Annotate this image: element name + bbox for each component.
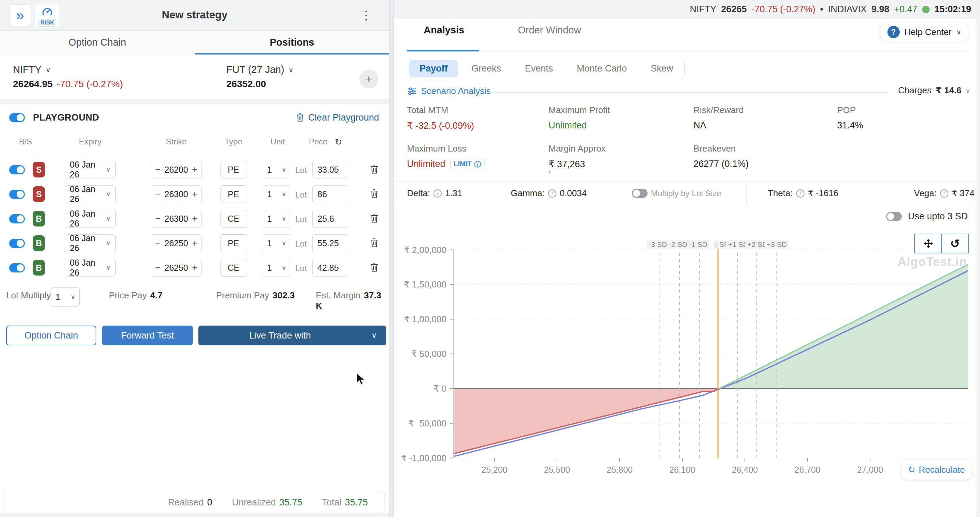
price-input[interactable]: 55.25 <box>312 234 348 252</box>
strike-value[interactable]: 26250 <box>164 238 188 248</box>
lot-multiply-select[interactable]: 1 ∨ <box>51 287 80 306</box>
pan-chart-button[interactable] <box>914 234 942 254</box>
strike-increment[interactable]: + <box>192 263 197 273</box>
info-icon[interactable]: i <box>434 189 442 198</box>
leg-enabled-toggle[interactable] <box>9 165 25 174</box>
expiry-select[interactable]: 06 Jan 26∨ <box>65 259 116 276</box>
refresh-prices-icon[interactable]: ↻ <box>335 137 342 147</box>
strike-increment[interactable]: + <box>192 238 197 249</box>
side-badge[interactable]: B <box>33 260 45 276</box>
add-instrument-button[interactable]: + <box>360 69 379 89</box>
unit-select[interactable]: 1∨ <box>262 161 291 179</box>
charges-dropdown[interactable]: Charges ₹ 14.6 ∨ <box>898 85 970 96</box>
chevron-down-icon: ∨ <box>71 293 75 301</box>
option-type[interactable]: CE <box>221 210 247 228</box>
col-type: Type <box>224 137 242 147</box>
forward-test-button[interactable]: Forward Test <box>102 326 193 345</box>
option-chain-button[interactable]: Option Chain <box>6 326 96 345</box>
live-trade-button[interactable]: Live Trade with ∨ <box>198 326 386 345</box>
side-badge[interactable]: S <box>33 162 45 177</box>
leg-enabled-toggle[interactable] <box>9 239 25 248</box>
strike-value[interactable]: 26300 <box>164 189 188 199</box>
subtab-monte-carlo[interactable]: Monte Carlo <box>566 60 637 77</box>
expiry-select[interactable]: 06 Jan 26∨ <box>65 210 116 228</box>
instrument-row: NIFTY ∨ 26264.95-70.75 (-0.27%) FUT (27 … <box>0 54 389 99</box>
price-input[interactable]: 86 <box>312 185 348 203</box>
rotate-icon: ↺ <box>950 237 960 251</box>
col-unit: Unit <box>270 137 285 147</box>
side-badge[interactable]: B <box>33 211 45 227</box>
expiry-select[interactable]: 06 Jan 26∨ <box>65 161 116 179</box>
subtab-payoff[interactable]: Payoff <box>409 60 458 77</box>
unit-select[interactable]: 1∨ <box>262 234 291 252</box>
premium-pay-value: 302.3 <box>272 290 295 300</box>
strike-value[interactable]: 26200 <box>164 165 188 175</box>
tab-analysis[interactable]: Analysis <box>424 24 464 36</box>
price-input[interactable]: 25.6 <box>312 210 348 228</box>
panel-divider[interactable] <box>389 0 394 517</box>
tab-order-window[interactable]: Order Window <box>518 24 581 36</box>
use-3sd-toggle[interactable] <box>886 212 902 221</box>
strike-decrement[interactable]: − <box>155 164 161 175</box>
refresh-icon: ↻ <box>908 464 915 475</box>
tab-option-chain[interactable]: Option Chain <box>0 31 195 54</box>
strike-increment[interactable]: + <box>192 214 197 224</box>
strike-decrement[interactable]: − <box>155 189 161 199</box>
price-input[interactable]: 42.85 <box>312 259 348 276</box>
leg-enabled-toggle[interactable] <box>9 214 25 223</box>
strike-decrement[interactable]: − <box>155 263 161 273</box>
trash-icon[interactable] <box>369 262 380 274</box>
option-type[interactable]: CE <box>221 259 247 276</box>
playground-toggle[interactable] <box>9 113 25 122</box>
strike-value[interactable]: 26300 <box>164 214 188 224</box>
scenario-analysis-link[interactable]: Scenario Analysis <box>407 86 491 96</box>
stat-pop: POP31.4% <box>837 105 938 131</box>
leg-enabled-toggle[interactable] <box>9 190 25 199</box>
info-icon[interactable]: i <box>940 189 948 198</box>
watermark: AlgoTest.in <box>898 255 967 269</box>
expiry-select[interactable]: 06 Jan 26∨ <box>65 185 116 203</box>
instrument-nifty: NIFTY ∨ 26264.95-70.75 (-0.27%) <box>0 54 218 99</box>
strike-decrement[interactable]: − <box>155 238 161 249</box>
strike-value[interactable]: 26250 <box>164 263 188 273</box>
reset-chart-button[interactable]: ↺ <box>942 234 969 254</box>
legs-table-header: B/S Expiry Strike Type Unit Price ↻ <box>0 131 389 153</box>
payoff-chart[interactable]: ₹ 2,00,000₹ 1,50,000₹ 1,00,000₹ 50,000₹ … <box>395 225 980 483</box>
trash-icon[interactable] <box>369 238 380 249</box>
subtab-greeks[interactable]: Greeks <box>461 60 511 77</box>
future-selector[interactable]: FUT (27 Jan) ∨ <box>226 64 294 75</box>
unit-select[interactable]: 1∨ <box>262 210 291 228</box>
recalculate-button[interactable]: ↻ Recalculate <box>901 460 972 480</box>
unit-select[interactable]: 1∨ <box>262 259 291 276</box>
trash-icon[interactable] <box>369 213 380 225</box>
trash-icon[interactable] <box>369 189 380 200</box>
option-type[interactable]: PE <box>221 234 247 252</box>
limit-badge[interactable]: LIMIT i <box>450 159 485 169</box>
clear-playground-button[interactable]: Clear Playground <box>296 112 379 123</box>
subtab-events[interactable]: Events <box>515 60 563 77</box>
unit-select[interactable]: 1∨ <box>262 185 291 203</box>
subtab-skew[interactable]: Skew <box>640 60 683 77</box>
trash-icon[interactable] <box>369 164 380 176</box>
leg-enabled-toggle[interactable] <box>9 263 25 273</box>
instrument-selector[interactable]: NIFTY ∨ <box>13 64 218 75</box>
tab-positions[interactable]: Positions <box>195 31 389 54</box>
strike-increment[interactable]: + <box>192 164 197 175</box>
multiply-lot-size-toggle[interactable] <box>632 189 648 198</box>
leg-row: S 06 Jan 26∨ − 26300 + PE 1∨ Lot 86 <box>0 182 389 206</box>
side-badge[interactable]: S <box>33 186 45 202</box>
expiry-select[interactable]: 06 Jan 26∨ <box>65 234 116 252</box>
help-center-label: Help Center <box>904 27 952 37</box>
price-input[interactable]: 33.05 <box>312 161 348 179</box>
side-badge[interactable]: B <box>33 235 45 251</box>
kebab-menu-icon[interactable]: ⋮ <box>360 8 372 22</box>
strike-decrement[interactable]: − <box>155 214 161 224</box>
info-icon[interactable]: i <box>548 189 556 198</box>
strike-increment[interactable]: + <box>192 189 197 199</box>
help-center-button[interactable]: ? Help Center ∨ <box>879 22 970 42</box>
live-trade-dropdown[interactable]: ∨ <box>362 326 386 345</box>
scrollbar[interactable] <box>977 0 980 517</box>
option-type[interactable]: PE <box>221 185 247 203</box>
option-type[interactable]: PE <box>221 161 247 179</box>
info-icon[interactable]: i <box>796 189 804 198</box>
